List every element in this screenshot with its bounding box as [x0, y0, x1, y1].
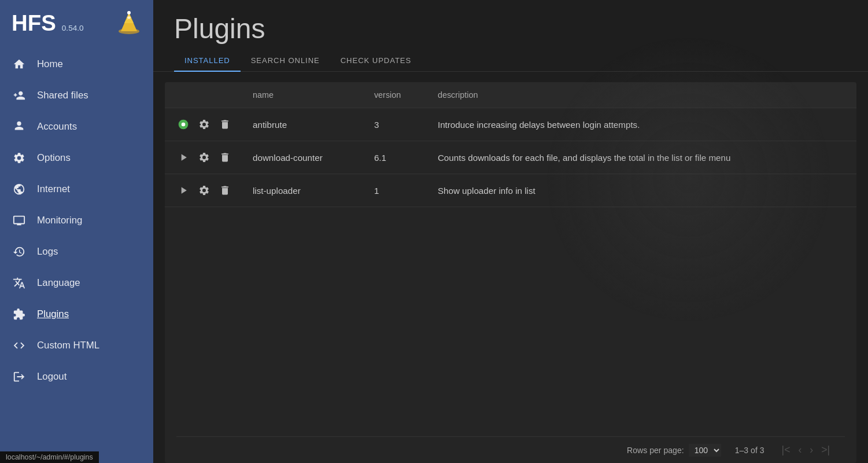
plugin-version-list-uploader: 1 — [365, 174, 429, 207]
custom-html-icon — [12, 338, 27, 353]
table-row: antibrute3Introduce increasing delays be… — [165, 108, 856, 141]
col-header-name: name — [243, 82, 365, 108]
logout-icon — [12, 369, 27, 384]
sidebar-item-shared-files[interactable]: Shared files — [0, 80, 153, 111]
plugin-description-list-uploader: Show uploader info in list — [429, 174, 856, 207]
main-content: Plugins INSTALLED SEARCH ONLINE CHECK UP… — [153, 0, 868, 463]
plugin-version-download-counter: 6.1 — [365, 141, 429, 174]
logo-text-group: HFS 0.54.0 — [12, 10, 84, 36]
sidebar-item-language[interactable]: Language — [0, 267, 153, 299]
plugin-toggle-antibrute[interactable] — [174, 115, 193, 134]
tab-check-updates[interactable]: CHECK UPDATES — [330, 50, 422, 72]
page-last-button[interactable]: >| — [818, 443, 833, 457]
plugins-table-container: name version description antibrute3Intro… — [165, 82, 856, 463]
statusbar: localhost/~/admin/#/plugins — [0, 451, 99, 463]
col-header-version: version — [365, 82, 429, 108]
plugin-toggle-download-counter[interactable] — [174, 148, 193, 167]
options-icon — [12, 150, 27, 166]
internet-icon — [12, 182, 27, 197]
sidebar-item-plugins[interactable]: Plugins — [0, 299, 153, 330]
plugin-delete-download-counter[interactable] — [216, 148, 234, 167]
sidebar-item-options[interactable]: Options — [0, 142, 153, 174]
plugin-settings-list-uploader[interactable] — [195, 181, 213, 200]
sidebar: HFS 0.54.0 Home — [0, 0, 153, 463]
monitoring-icon — [12, 213, 27, 228]
plugin-name-download-counter: download-counter — [243, 141, 365, 174]
page-next-button[interactable]: › — [806, 443, 817, 457]
page-first-button[interactable]: |< — [778, 443, 794, 457]
sidebar-item-custom-html[interactable]: Custom HTML — [0, 330, 153, 361]
plugins-table: name version description antibrute3Intro… — [165, 82, 856, 207]
language-icon — [12, 275, 27, 291]
sidebar-item-logs-label: Logs — [37, 246, 58, 258]
sidebar-item-monitoring-label: Monitoring — [37, 215, 82, 226]
table-row: list-uploader1Show uploader info in list — [165, 174, 856, 207]
table-empty-area — [165, 207, 856, 436]
tabs-bar: INSTALLED SEARCH ONLINE CHECK UPDATES — [153, 50, 868, 72]
app-logo-icon — [116, 10, 142, 36]
sidebar-item-internet-label: Internet — [37, 183, 70, 195]
plugin-version-antibrute: 3 — [365, 108, 429, 141]
plugin-toggle-list-uploader[interactable] — [174, 181, 193, 200]
home-icon — [12, 57, 27, 72]
sidebar-item-language-label: Language — [37, 277, 80, 289]
col-header-description: description — [429, 82, 856, 108]
svg-point-3 — [127, 11, 131, 14]
row-actions-download-counter — [165, 141, 243, 174]
accounts-icon — [12, 119, 27, 134]
plugin-settings-download-counter[interactable] — [195, 148, 213, 167]
sidebar-item-logs[interactable]: Logs — [0, 236, 153, 267]
table-row: download-counter6.1Counts downloads for … — [165, 141, 856, 174]
sidebar-item-options-label: Options — [37, 152, 71, 164]
row-actions-antibrute — [165, 108, 243, 141]
plugin-name-antibrute: antibrute — [243, 108, 365, 141]
sidebar-item-monitoring[interactable]: Monitoring — [0, 205, 153, 236]
col-header-actions — [165, 82, 243, 108]
plugin-delete-list-uploader[interactable] — [216, 181, 234, 200]
sidebar-item-logout[interactable]: Logout — [0, 361, 153, 392]
page-prev-button[interactable]: ‹ — [795, 443, 805, 457]
page-navigation: |< ‹ › >| — [778, 443, 833, 457]
plugin-delete-antibrute[interactable] — [216, 115, 234, 134]
svg-point-6 — [182, 123, 186, 127]
app-name: HFS — [12, 10, 56, 36]
page-title: Plugins — [153, 0, 868, 50]
rows-per-page-group: Rows per page: 100 25 50 — [627, 444, 721, 457]
sidebar-item-shared-files-label: Shared files — [37, 90, 88, 101]
sidebar-header: HFS 0.54.0 — [0, 0, 153, 46]
plugin-name-list-uploader: list-uploader — [243, 174, 365, 207]
sidebar-item-custom-html-label: Custom HTML — [37, 340, 99, 351]
pagination-range: 1–3 of 3 — [735, 446, 764, 455]
table-footer: Rows per page: 100 25 50 1–3 of 3 |< ‹ ›… — [176, 436, 845, 463]
plugin-description-antibrute: Introduce increasing delays between logi… — [429, 108, 856, 141]
sidebar-item-accounts[interactable]: Accounts — [0, 111, 153, 142]
plugin-settings-antibrute[interactable] — [195, 115, 213, 134]
sidebar-item-plugins-label: Plugins — [37, 308, 69, 320]
sidebar-item-home[interactable]: Home — [0, 49, 153, 80]
tab-search-online[interactable]: SEARCH ONLINE — [241, 50, 330, 72]
shared-files-icon — [12, 88, 27, 103]
plugin-description-download-counter: Counts downloads for each file, and disp… — [429, 141, 856, 174]
sidebar-navigation: Home Shared files Accounts Options — [0, 49, 153, 392]
statusbar-url: localhost/~/admin/#/plugins — [6, 453, 93, 461]
sidebar-item-logout-label: Logout — [37, 371, 67, 383]
app-version: 0.54.0 — [62, 24, 84, 32]
logs-icon — [12, 244, 27, 259]
rows-per-page-label: Rows per page: — [627, 446, 684, 455]
sidebar-item-internet[interactable]: Internet — [0, 174, 153, 205]
table-header-row: name version description — [165, 82, 856, 108]
plugins-icon — [12, 307, 27, 322]
sidebar-item-accounts-label: Accounts — [37, 121, 77, 133]
rows-per-page-select[interactable]: 100 25 50 — [689, 444, 721, 457]
row-actions-list-uploader — [165, 174, 243, 207]
tab-installed[interactable]: INSTALLED — [174, 50, 241, 72]
sidebar-item-home-label: Home — [37, 58, 63, 70]
